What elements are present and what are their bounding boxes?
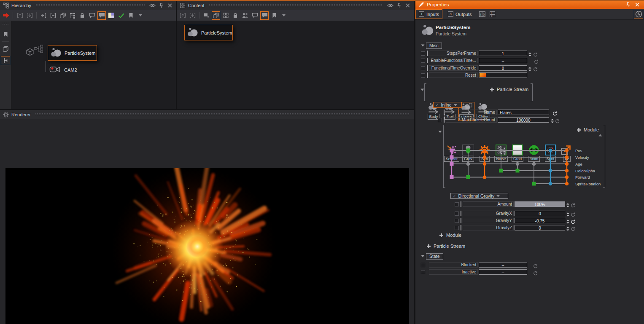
content-item-particlesystem[interactable]: ParticleSystem — [184, 25, 233, 40]
caret-down-icon[interactable] — [136, 11, 145, 20]
add-module-button[interactable]: Module — [439, 233, 461, 238]
reset-icon[interactable] — [534, 58, 539, 66]
spinner[interactable] — [566, 202, 570, 209]
amount-slider[interactable]: 100% — [515, 201, 565, 207]
inline-dropdown[interactable]: ✓ Inline — [433, 102, 462, 108]
export-down-icon[interactable] — [25, 11, 34, 20]
lock-icon[interactable] — [78, 11, 86, 20]
reset-icon[interactable] — [571, 202, 575, 209]
jump-into-icon[interactable] — [39, 11, 48, 20]
checkbox[interactable] — [421, 59, 425, 63]
stepsperframe-field[interactable]: 1 — [479, 51, 527, 56]
bookmark-icon[interactable] — [127, 11, 135, 20]
comment-icon[interactable] — [251, 11, 259, 20]
gravityz-field[interactable]: 0 — [515, 225, 565, 230]
panel-drag-texture[interactable] — [35, 113, 409, 116]
checkbox[interactable] — [421, 51, 425, 56]
export-up-icon[interactable] — [16, 11, 24, 20]
collapse-state-icon[interactable] — [421, 255, 425, 257]
renderer-header[interactable]: Renderer — [0, 110, 414, 119]
io-stack-icon[interactable]: I0 — [488, 10, 497, 19]
eye-icon[interactable] — [387, 2, 393, 9]
section-state[interactable]: State — [426, 253, 443, 260]
gravityy-field[interactable]: -0.75 — [515, 218, 565, 223]
checkbox[interactable] — [455, 212, 459, 216]
grid-icon[interactable] — [221, 11, 230, 20]
hierarchy-header[interactable]: Hierarchy — [0, 1, 176, 10]
palette-icon[interactable] — [107, 11, 116, 20]
collapse-misc-icon[interactable] — [421, 44, 425, 47]
collapse-modules-icon[interactable] — [438, 131, 442, 133]
reset-trigger-field[interactable] — [479, 72, 527, 78]
tab-outputs[interactable]: 0 Outputs — [445, 9, 475, 19]
reset-icon[interactable] — [533, 270, 538, 277]
caret-down-icon[interactable] — [280, 11, 288, 20]
content-header[interactable]: Content — [177, 1, 414, 10]
comment-filled-icon[interactable] — [260, 11, 269, 20]
scroll-up-icon[interactable] — [598, 134, 602, 137]
bookmark-icon[interactable] — [1, 29, 10, 39]
section-misc[interactable]: Misc — [426, 43, 442, 49]
enablefunctionaltime-field[interactable]: – — [479, 58, 527, 63]
checkbox[interactable] — [455, 226, 459, 230]
people-icon[interactable] — [241, 11, 249, 20]
properties-header[interactable]: Properties — [415, 0, 644, 9]
blocked-field[interactable]: – — [479, 262, 527, 268]
bookmark-icon[interactable] — [270, 11, 278, 20]
spinner[interactable] — [550, 118, 554, 125]
eye-icon[interactable] — [149, 2, 156, 9]
pin-icon[interactable] — [625, 1, 631, 8]
directional-gravity-dropdown[interactable]: ✓ Directional Gravity — [450, 193, 508, 199]
panel-drag-texture[interactable] — [209, 4, 383, 7]
comment-filled-icon[interactable] — [97, 11, 106, 20]
checkbox[interactable] — [455, 219, 459, 223]
check-icon[interactable] — [117, 11, 125, 20]
flag-icon[interactable] — [202, 11, 210, 20]
checkbox[interactable] — [421, 66, 425, 70]
inactive-field[interactable]: – — [479, 269, 527, 275]
lock-icon[interactable] — [231, 11, 240, 20]
copies-icon[interactable] — [212, 11, 220, 20]
collapse-streams-icon[interactable] — [420, 88, 424, 91]
layers-icon[interactable] — [1, 44, 10, 54]
tree-node-cam2[interactable]: CAM2 — [49, 65, 77, 75]
convert-icon[interactable] — [465, 102, 472, 108]
reset-icon[interactable] — [571, 225, 575, 233]
checkbox[interactable] — [421, 73, 425, 78]
export-up-icon[interactable] — [178, 11, 187, 20]
close-icon[interactable] — [634, 1, 641, 8]
name-field[interactable]: Flares — [498, 110, 549, 115]
tab-inputs[interactable]: I Inputs — [415, 9, 442, 19]
pin-icon[interactable] — [396, 2, 402, 9]
add-particle-stream-button[interactable]: Particle Stream — [490, 87, 528, 92]
center-view-icon[interactable] — [49, 11, 57, 20]
waveform-icon[interactable] — [634, 10, 643, 19]
io-split-icon[interactable]: I0 — [478, 10, 487, 19]
add-module-button[interactable]: Module — [577, 127, 599, 132]
export-down-icon[interactable] — [188, 11, 197, 20]
reset-icon[interactable] — [555, 118, 560, 125]
stream-graph[interactable]: PosVelocityAgeColorAlphaForwardSpriteRot… — [442, 147, 602, 187]
checkbox[interactable] — [421, 263, 425, 267]
tree-node-particlesystem[interactable]: ParticleSystem — [48, 45, 97, 61]
panel-drag-texture[interactable] — [35, 4, 145, 7]
gravityx-field[interactable]: 0 — [515, 211, 565, 216]
pin-icon[interactable] — [158, 2, 164, 9]
reset-color-button[interactable] — [480, 73, 486, 77]
checkbox[interactable] — [455, 202, 459, 206]
branch-icon[interactable] — [1, 56, 10, 65]
grip-handle[interactable] — [2, 22, 9, 24]
functionaltimeoverride-field[interactable]: 0 — [479, 65, 527, 71]
copies-icon[interactable] — [59, 11, 67, 20]
close-icon[interactable] — [167, 2, 173, 9]
render-viewport[interactable] — [5, 168, 409, 324]
tree-structure-icon[interactable] — [68, 11, 77, 20]
spinner[interactable] — [566, 225, 570, 233]
add-particle-stream-button[interactable]: Particle Stream — [426, 244, 465, 249]
checkbox[interactable] — [421, 270, 425, 274]
maxparticlecount-field[interactable]: 100000 — [498, 117, 549, 123]
reset-icon[interactable] — [552, 110, 557, 118]
checkbox[interactable] — [438, 118, 442, 122]
close-icon[interactable] — [404, 2, 411, 9]
comment-icon[interactable] — [88, 11, 96, 20]
